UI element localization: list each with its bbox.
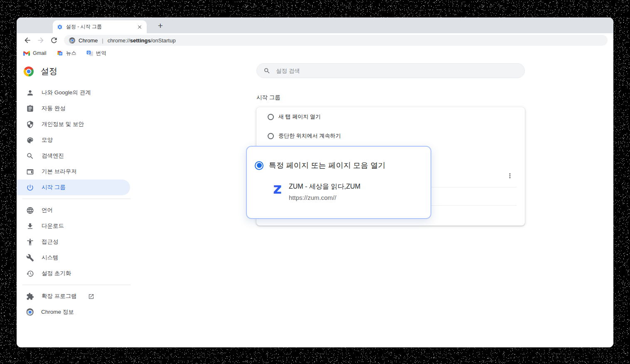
kebab-menu-icon (506, 172, 514, 180)
sidebar-item-label: 다운로드 (42, 222, 64, 230)
reload-icon[interactable] (50, 36, 58, 44)
option-label: 특정 페이지 또는 페이지 모음 열기 (269, 160, 386, 170)
sidebar-item-label: 접근성 (42, 238, 59, 246)
accessibility-icon (26, 238, 34, 246)
bookmark-news[interactable]: 뉴스 (57, 50, 76, 57)
settings-sidebar: 나와 Google의 관계 자동 완성 개인정보 및 보안 모양 검색엔진 기본… (17, 85, 131, 320)
restore-icon (26, 270, 34, 278)
puzzle-icon (26, 293, 34, 300)
omnibox[interactable]: Chrome | chrome://settings/onStartup (64, 35, 608, 46)
bookmark-gmail[interactable]: Gmail (23, 50, 47, 56)
radio-unselected-icon[interactable] (268, 114, 274, 120)
sidebar-divider (22, 199, 130, 199)
sidebar-item-label: 설정 초기화 (42, 270, 71, 277)
site-row-menu-button[interactable] (505, 171, 515, 181)
search-icon (263, 67, 271, 74)
bookmark-label: 뉴스 (66, 50, 76, 57)
zum-logo: z (273, 182, 282, 195)
gmail-icon (23, 51, 30, 56)
omnibox-url: chrome://settings/onStartup (108, 37, 176, 44)
sidebar-item-label: Chrome 정보 (41, 308, 74, 316)
forward-icon[interactable] (37, 36, 45, 44)
person-icon (26, 89, 34, 97)
radio-unselected-icon[interactable] (268, 133, 274, 139)
chrome-logo-icon (69, 37, 75, 44)
sidebar-divider (22, 285, 130, 285)
download-icon (26, 222, 34, 230)
sidebar-item-label: 언어 (42, 207, 53, 214)
site-title: ZUM - 세상을 읽다,ZUM (289, 182, 360, 191)
bookmark-translate[interactable]: 번역 (86, 50, 106, 57)
power-icon (26, 184, 34, 192)
tab-title: 설정 - 시작 그룹 (66, 23, 133, 30)
omnibox-site-label: Chrome (79, 37, 98, 44)
option-label: 중단한 위치에서 계속하기 (278, 132, 341, 140)
shield-icon (26, 121, 34, 128)
back-icon[interactable] (23, 36, 32, 44)
option-continue-where-left-off[interactable]: 중단한 위치에서 계속하기 (256, 126, 525, 145)
sidebar-item-system[interactable]: 시스템 (17, 250, 131, 266)
sidebar-item-label: 모양 (42, 136, 53, 144)
chrome-logo-icon (26, 308, 34, 316)
sidebar-item-appearance[interactable]: 모양 (17, 132, 131, 148)
sidebar-item-default-browser[interactable]: 기본 브라우저 (17, 164, 131, 180)
search-input[interactable] (276, 68, 518, 74)
sidebar-item-label: 자동 완성 (42, 105, 66, 112)
sidebar-item-label: 시작 그룹 (42, 184, 66, 191)
sidebar-item-extensions[interactable]: 확장 프로그램 (17, 288, 131, 304)
tab-close-icon[interactable] (137, 24, 143, 30)
sidebar-item-label: 시스템 (42, 254, 59, 261)
sidebar-item-downloads[interactable]: 다운로드 (17, 218, 131, 234)
section-title: 시작 그룹 (256, 94, 281, 101)
settings-header: 설정 (24, 66, 57, 77)
sidebar-item-autofill[interactable]: 자동 완성 (17, 101, 131, 116)
radio-selected-icon[interactable] (255, 161, 263, 170)
google-translate-icon (86, 50, 93, 57)
new-tab-button[interactable]: + (155, 20, 166, 32)
browser-window-icon (26, 168, 34, 176)
autofill-clipboard-icon (26, 105, 34, 113)
sidebar-item-accessibility[interactable]: 접근성 (17, 234, 131, 250)
sidebar-item-label: 개인정보 및 보안 (42, 121, 84, 128)
option-open-new-tab[interactable]: 새 탭 페이지 열기 (256, 107, 525, 126)
sidebar-item-languages[interactable]: 언어 (17, 202, 131, 218)
browser-toolbar: Chrome | chrome://settings/onStartup (17, 33, 613, 47)
omnibox-separator: | (101, 37, 104, 44)
search-icon (26, 152, 34, 160)
tab-strip: 설정 - 시작 그룹 + (17, 17, 613, 33)
site-url: https://zum.com// (289, 194, 360, 201)
sidebar-item-label: 나와 Google의 관계 (42, 89, 91, 96)
settings-page: 설정 나와 Google의 관계 자동 완성 개인정보 및 보안 모양 (17, 59, 613, 347)
bookmark-label: Gmail (33, 50, 47, 56)
sidebar-item-about-chrome[interactable]: Chrome 정보 (17, 304, 131, 320)
google-news-icon (57, 50, 63, 57)
option-open-specific-pages[interactable]: 특정 페이지 또는 페이지 모음 열기 (255, 160, 386, 170)
sidebar-item-you-and-google[interactable]: 나와 Google의 관계 (17, 85, 131, 101)
sidebar-item-on-startup[interactable]: 시작 그룹 (17, 180, 130, 195)
chrome-logo-icon (24, 66, 34, 76)
bookmarks-bar: Gmail 뉴스 번역 (17, 47, 613, 59)
sidebar-item-privacy-security[interactable]: 개인정보 및 보안 (17, 116, 131, 132)
wrench-icon (26, 254, 34, 262)
settings-search[interactable] (256, 63, 525, 78)
sidebar-item-label: 검색엔진 (42, 152, 64, 160)
tab-settings[interactable]: 설정 - 시작 그룹 (53, 20, 147, 33)
sidebar-item-label: 기본 브라우저 (42, 168, 77, 175)
browser-window: 설정 - 시작 그룹 + Chrome | chrome://settings/… (17, 17, 613, 347)
open-in-new-icon (88, 293, 94, 300)
sidebar-item-label: 확장 프로그램 (42, 293, 77, 300)
globe-icon (26, 207, 34, 214)
bookmark-label: 번역 (96, 50, 106, 57)
palette-icon (26, 136, 34, 144)
sidebar-item-reset[interactable]: 설정 초기화 (17, 266, 131, 281)
page-title: 설정 (41, 66, 57, 77)
sidebar-item-search-engine[interactable]: 검색엔진 (17, 148, 131, 164)
option-label: 새 탭 페이지 열기 (278, 113, 321, 121)
magnifier-callout: 특정 페이지 또는 페이지 모음 열기 z ZUM - 세상을 읽다,ZUM h… (246, 146, 431, 219)
settings-gear-icon (57, 24, 63, 30)
startup-site-entry: z ZUM - 세상을 읽다,ZUM https://zum.com// (273, 182, 360, 201)
